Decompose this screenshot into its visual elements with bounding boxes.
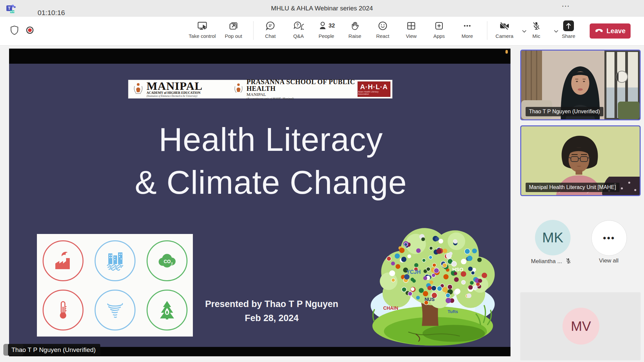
stage-top-bar — [9, 49, 511, 64]
tree-label: NUS — [425, 297, 435, 302]
react-button[interactable]: React — [367, 20, 399, 39]
view-icon — [406, 20, 416, 32]
psph-logo-group: PRASANNA SCHOOL OF PUBLIC HEALTH MANIPAL… — [233, 78, 358, 100]
pop-out-button[interactable]: Pop out — [217, 20, 250, 39]
tornado-icon — [95, 290, 136, 330]
view-all-label[interactable]: View all — [591, 257, 626, 264]
more-button[interactable]: More — [451, 20, 483, 39]
thermometer-icon — [43, 290, 84, 330]
teams-icon: T NEW — [5, 3, 16, 15]
ahla-logo: A·H·L·A Asian Health Literacy Associatio… — [358, 81, 390, 97]
apps-label: Apps — [433, 33, 445, 39]
share-icon — [563, 20, 574, 32]
manipal-note: (Institution of Eminence Deemed to be Un… — [147, 95, 203, 98]
share-button[interactable]: Share — [552, 20, 585, 39]
hang-up-icon — [595, 27, 603, 35]
raise-hand-icon — [350, 20, 360, 32]
co2-text: CO — [164, 259, 171, 264]
take-control-icon — [197, 20, 207, 32]
chat-label: Chat — [265, 33, 276, 39]
svg-text:T: T — [8, 6, 11, 11]
camera-button[interactable]: Camera — [488, 20, 521, 39]
apps-button[interactable]: Apps — [423, 20, 455, 39]
psph-note: (A constituent unit of MAHE, Manipal) — [247, 97, 358, 100]
svg-text:?: ? — [296, 23, 299, 27]
stage-record-dot — [505, 50, 508, 54]
react-icon — [378, 20, 388, 32]
qna-label: Q&A — [293, 33, 304, 39]
meeting-timer: 01:10:16 — [38, 9, 65, 17]
tree-label: YCJH — [406, 269, 421, 275]
take-control-label: Take control — [189, 33, 216, 39]
tile-name-label: Thao T P Nguyen (Unverified) — [526, 107, 603, 116]
manipal-emblem-icon — [132, 81, 144, 97]
pop-out-label: Pop out — [225, 33, 242, 39]
slide-logo-banner: MANIPAL ACADEMY of HIGHER EDUCATION (Ins… — [128, 80, 392, 99]
window-more-icon[interactable]: ⋯ — [561, 1, 570, 11]
flooded-city-icon — [95, 240, 136, 281]
factory-emissions-icon — [43, 240, 84, 281]
mic-off-icon — [532, 20, 541, 32]
window-title: MHLU & AHLA Webinar series 2024 — [0, 0, 644, 17]
camera-label: Camera — [495, 33, 513, 39]
pop-out-icon — [228, 20, 238, 32]
apps-icon — [434, 20, 444, 32]
co2-sub-text: 2 — [171, 262, 173, 265]
camera-off-icon — [499, 20, 510, 32]
svg-text:NEW: NEW — [10, 11, 15, 13]
mic-label: Mic — [532, 33, 540, 39]
more-icon — [462, 20, 472, 32]
manipal-title: MANIPAL — [147, 81, 203, 91]
chat-icon — [265, 20, 275, 32]
slide-presenter-block: Presented by Thao T P Nguyen Feb 28, 202… — [141, 297, 402, 325]
avatar-initials: MV — [571, 319, 591, 334]
people-icon: 32 — [318, 20, 335, 32]
psph-subtitle: MANIPAL — [247, 92, 358, 97]
take-control-button[interactable]: Take control — [186, 20, 218, 39]
participant-avatar-mk[interactable]: MK — [535, 220, 571, 255]
more-label: More — [462, 33, 473, 39]
ahla-title: A·H·L·A — [360, 83, 388, 90]
react-label: React — [376, 33, 389, 39]
qna-button[interactable]: ? Q&A — [282, 20, 315, 39]
partner-logos-tree-illustration: YCJH HSO NUS Tufts CHAIN — [368, 220, 496, 347]
psph-emblem-icon — [233, 82, 244, 97]
view-button[interactable]: View — [395, 20, 427, 39]
slide-date: Feb 28, 2024 — [141, 311, 402, 325]
manipal-logo-group: MANIPAL ACADEMY of HIGHER EDUCATION (Ins… — [132, 81, 233, 98]
tree-label: Tufts — [447, 309, 458, 314]
slide-title-line2: & Climate Change — [20, 161, 522, 204]
qna-icon: ? — [293, 20, 304, 32]
view-label: View — [406, 33, 417, 39]
toolbar-divider — [487, 21, 487, 40]
slide-title-line1: Health Literacy — [20, 118, 522, 161]
chat-button[interactable]: Chat — [254, 20, 286, 39]
ahla-subtitle: Asian Health Literacy Association — [358, 90, 390, 95]
view-all-button[interactable]: ••• — [591, 220, 627, 256]
video-tile-mahe[interactable]: Manipal Health Literacy Unit [MAHE] — [520, 125, 641, 196]
people-label: People — [319, 33, 334, 39]
raise-hand-button[interactable]: Raise — [339, 20, 371, 39]
participant-avatar-mv: MV — [562, 308, 599, 345]
tree-label: HSO — [452, 266, 464, 272]
toolbar-divider — [253, 21, 254, 40]
leave-button[interactable]: Leave — [590, 23, 631, 39]
share-label: Share — [562, 33, 575, 39]
participant-name-mk: Meliantha ... — [531, 257, 575, 266]
tile-name-label: Manipal Health Literacy Unit [MAHE] — [526, 183, 620, 192]
leave-label: Leave — [606, 27, 626, 35]
mic-button[interactable]: Mic — [520, 20, 552, 39]
video-tile-thao[interactable]: Thao T P Nguyen (Unverified) — [520, 50, 641, 120]
psph-title: PRASANNA SCHOOL OF PUBLIC HEALTH — [247, 78, 358, 92]
manipal-subtitle: ACADEMY of HIGHER EDUCATION — [147, 91, 203, 95]
avatar-initials: MK — [542, 230, 564, 246]
mic-muted-icon — [565, 257, 572, 266]
co2-cloud-icon: CO2 — [147, 240, 187, 281]
people-count: 32 — [329, 22, 335, 29]
stage-presenter-label: Thao T P Nguyen (Unverified) — [8, 344, 100, 356]
ellipsis-icon: ••• — [603, 233, 615, 243]
presented-by-text: Presented by Thao T P Nguyen — [141, 297, 402, 311]
tree-label: CHAIN — [383, 305, 398, 311]
slide-title: Health Literacy & Climate Change — [20, 118, 522, 204]
people-button[interactable]: 32 People — [310, 20, 342, 39]
